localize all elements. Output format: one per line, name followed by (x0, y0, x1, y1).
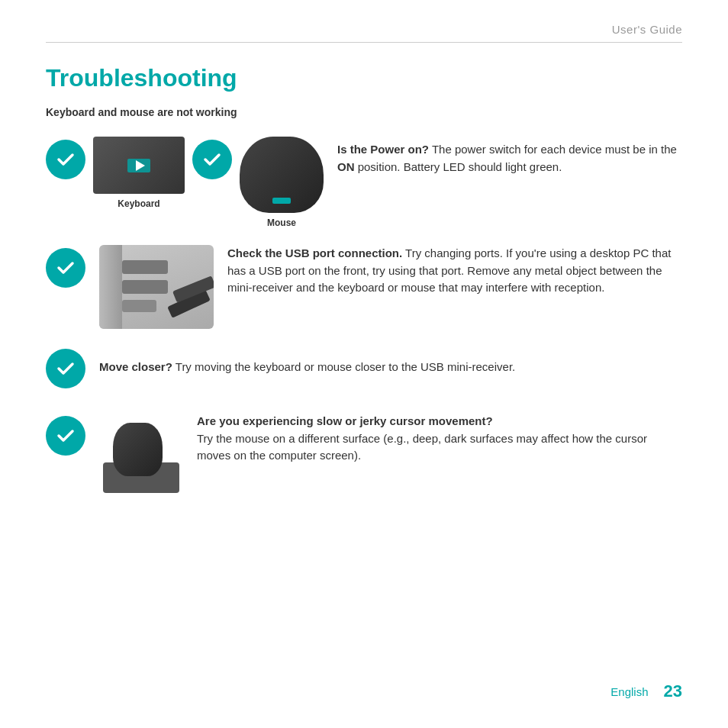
check-icon-usb (46, 248, 85, 288)
check-icon-power-keyboard (46, 140, 85, 179)
footer-language: English (610, 685, 648, 698)
power-text: Is the Power on? The power switch for ea… (337, 141, 682, 176)
page: User's Guide Troubleshooting Keyboard an… (0, 0, 728, 728)
header: User's Guide (46, 23, 682, 43)
troubleshoot-item-power: Keyboard Mouse Is the Power on? The powe… (46, 137, 682, 228)
cursor-text: Are you experiencing slow or jerky curso… (197, 413, 682, 465)
cursor-title-bold: Are you experiencing slow or jerky curso… (197, 414, 493, 427)
closer-description: Move closer? Try moving the keyboard or … (99, 360, 515, 373)
troubleshoot-item-usb: Check the USB port connection. Try chang… (46, 245, 682, 329)
check-icon-closer (46, 349, 85, 388)
usb-description: Check the USB port connection. Try chang… (227, 246, 671, 294)
keyboard-label: Keyboard (118, 198, 159, 209)
usb-text: Check the USB port connection. Try chang… (227, 245, 682, 297)
usb-image (99, 245, 214, 329)
keyboard-image (93, 137, 185, 194)
mouse-mat-image (99, 413, 183, 493)
mouse-label: Mouse (267, 217, 296, 228)
cursor-description: Are you experiencing slow or jerky curso… (197, 414, 647, 462)
power-title-bold: Is the Power on? (337, 143, 429, 156)
header-title: User's Guide (612, 23, 682, 36)
troubleshoot-item-closer: Move closer? Try moving the keyboard or … (46, 346, 682, 388)
check-icon-power-mouse (192, 140, 232, 179)
mouse-image (240, 137, 324, 213)
footer-page-number: 23 (664, 681, 682, 701)
check-icon-cursor (46, 416, 85, 456)
section-subtitle: Keyboard and mouse are not working (46, 106, 682, 118)
mouse-on-mat (113, 423, 163, 476)
power-description: Is the Power on? The power switch for ea… (337, 143, 677, 173)
usb-title-bold: Check the USB port connection. (227, 246, 402, 259)
on-text: ON (337, 160, 355, 173)
page-title: Troubleshooting (46, 64, 682, 92)
closer-title-bold: Move closer? (99, 360, 172, 373)
closer-text: Move closer? Try moving the keyboard or … (99, 359, 682, 376)
troubleshoot-item-cursor: Are you experiencing slow or jerky curso… (46, 413, 682, 493)
footer: English 23 (610, 681, 682, 701)
